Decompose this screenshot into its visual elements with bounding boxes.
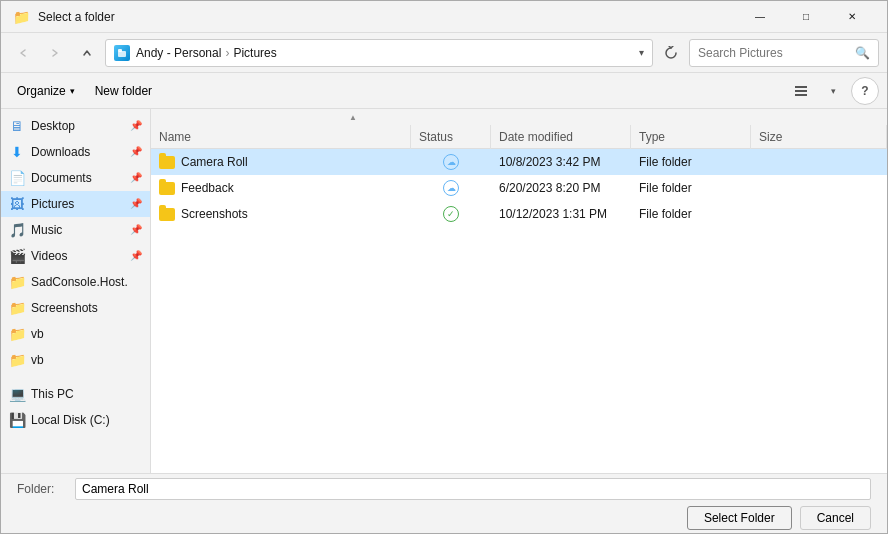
col-header-status[interactable]: Status [411,125,491,149]
dialog-title: Select a folder [38,10,115,24]
file-name-feedback: Feedback [181,181,234,195]
sidebar-item-pictures[interactable]: 🖼 Pictures 📌 [1,191,150,217]
sidebar-item-sadconsole[interactable]: 📁 SadConsole.Host. [1,269,150,295]
pin-icon-downloads: 📌 [130,146,142,158]
sidebar-divider [1,373,150,381]
vb1-icon: 📁 [9,326,25,342]
sidebar-item-music[interactable]: 🎵 Music 📌 [1,217,150,243]
help-button[interactable]: ? [851,77,879,105]
date-camera-roll: 10/8/2023 3:42 PM [499,155,600,169]
downloads-icon: ⬇ [9,144,25,160]
col-header-name[interactable]: Name [151,125,411,149]
file-cell-status-feedback: ☁ [411,175,491,201]
sidebar-item-local-disk[interactable]: 💾 Local Disk (C:) [1,407,150,433]
col-header-size[interactable]: Size [751,125,887,149]
help-icon: ? [861,84,868,98]
sidebar-label-downloads: Downloads [31,145,124,159]
back-icon [18,48,28,58]
file-cell-date-feedback: 6/20/2023 8:20 PM [491,175,631,201]
sidebar-item-documents[interactable]: 📄 Documents 📌 [1,165,150,191]
sidebar-label-sadconsole: SadConsole.Host. [31,275,142,289]
sidebar-label-local-disk: Local Disk (C:) [31,413,142,427]
back-button[interactable] [9,39,37,67]
file-cell-date-camera-roll: 10/8/2023 3:42 PM [491,149,631,175]
title-bar-left: 📁 Select a folder [13,9,115,25]
forward-button[interactable] [41,39,69,67]
table-row[interactable]: Camera Roll ☁ 10/8/2023 3:42 PM File fol… [151,149,887,175]
sidebar-item-vb1[interactable]: 📁 vb [1,321,150,347]
col-header-type[interactable]: Type [631,125,751,149]
folder-name-input[interactable] [75,478,871,500]
file-cell-date-screenshots: 10/12/2023 1:31 PM [491,201,631,227]
minimize-button[interactable]: — [737,1,783,33]
screenshots-icon: 📁 [9,300,25,316]
sidebar-item-screenshots[interactable]: 📁 Screenshots [1,295,150,321]
view-button[interactable] [787,77,815,105]
file-cell-status-camera-roll: ☁ [411,149,491,175]
search-icon: 🔍 [855,46,870,60]
file-name-camera-roll: Camera Roll [181,155,248,169]
refresh-button[interactable] [657,39,685,67]
sidebar: 🖥 Desktop 📌 ⬇ Downloads 📌 📄 Documents 📌 … [1,109,151,473]
sort-arrow-icon: ▲ [349,113,357,122]
address-part-2: Pictures [233,46,276,60]
sidebar-item-downloads[interactable]: ⬇ Downloads 📌 [1,139,150,165]
select-folder-button[interactable]: Select Folder [687,506,792,530]
pin-icon-music: 📌 [130,224,142,236]
file-list-container: ▲ Name Status Date modified Type Size [151,109,887,473]
cancel-button[interactable]: Cancel [800,506,871,530]
address-bar[interactable]: Andy - Personal › Pictures ▾ [105,39,653,67]
view-dropdown-icon: ▾ [831,86,836,96]
col-header-date[interactable]: Date modified [491,125,631,149]
file-list: Camera Roll ☁ 10/8/2023 3:42 PM File fol… [151,149,887,473]
bottom-bar: Folder: Select Folder Cancel [1,473,887,533]
file-cell-type-screenshots: File folder [631,201,751,227]
file-cell-size-feedback [751,175,887,201]
svg-rect-2 [795,86,807,88]
desktop-icon: 🖥 [9,118,25,134]
search-input[interactable] [698,46,849,60]
col-type-label: Type [639,130,665,144]
status-cloud-icon-camera-roll: ☁ [443,154,459,170]
col-size-label: Size [759,130,782,144]
address-part-1: Andy - Personal [136,46,221,60]
up-button[interactable] [73,39,101,67]
date-feedback: 6/20/2023 8:20 PM [499,181,600,195]
status-ok-icon-screenshots: ✓ [443,206,459,222]
col-date-label: Date modified [499,130,573,144]
organize-button[interactable]: Organize ▾ [9,79,83,103]
search-box[interactable]: 🔍 [689,39,879,67]
close-button[interactable]: ✕ [829,1,875,33]
sidebar-label-desktop: Desktop [31,119,124,133]
button-row: Select Folder Cancel [1,504,887,534]
pin-icon-desktop: 📌 [130,120,142,132]
col-name-label: Name [159,130,191,144]
new-folder-button[interactable]: New folder [87,79,160,103]
videos-icon: 🎬 [9,248,25,264]
folder-label: Folder: [17,482,67,496]
svg-rect-1 [118,49,122,52]
sidebar-item-vb2[interactable]: 📁 vb [1,347,150,373]
view-dropdown-button[interactable]: ▾ [819,77,847,105]
sidebar-item-desktop[interactable]: 🖥 Desktop 📌 [1,113,150,139]
file-name-screenshots: Screenshots [181,207,248,221]
maximize-button[interactable]: □ [783,1,829,33]
table-row[interactable]: Feedback ☁ 6/20/2023 8:20 PM File folder [151,175,887,201]
sidebar-label-videos: Videos [31,249,124,263]
view-icon [794,84,808,98]
address-path: Andy - Personal › Pictures [136,46,633,60]
address-separator-1: › [225,46,229,60]
organize-dropdown-icon: ▾ [70,86,75,96]
title-bar: 📁 Select a folder — □ ✕ [1,1,887,33]
forward-icon [50,48,60,58]
music-icon: 🎵 [9,222,25,238]
file-cell-size-camera-roll [751,149,887,175]
type-camera-roll: File folder [639,155,692,169]
folder-icon-camera-roll [159,156,175,169]
table-row[interactable]: Screenshots ✓ 10/12/2023 1:31 PM File fo… [151,201,887,227]
address-icon [114,45,130,61]
sidebar-item-this-pc[interactable]: 💻 This PC [1,381,150,407]
pin-icon-documents: 📌 [130,172,142,184]
file-list-header: Name Status Date modified Type Size [151,125,887,149]
sidebar-item-videos[interactable]: 🎬 Videos 📌 [1,243,150,269]
